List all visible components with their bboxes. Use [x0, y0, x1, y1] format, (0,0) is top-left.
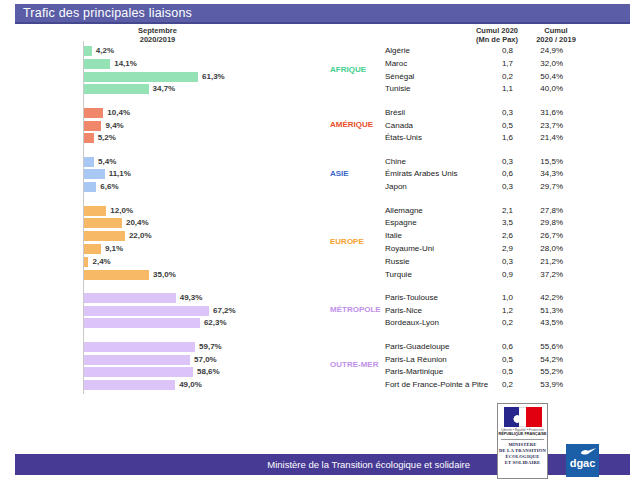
trend-bar: [84, 318, 200, 328]
bar-value-label: 4,2%: [96, 46, 114, 56]
bar-value-label: 67,2%: [213, 306, 236, 316]
country-label: Paris-La Réunion: [385, 355, 447, 365]
cumul-ratio-value: 28,0%: [505, 244, 563, 254]
bar-value-label: 22,0%: [129, 231, 152, 241]
bar-value-label: 11,1%: [109, 169, 131, 179]
trend-bar: [84, 293, 176, 303]
country-label: Turquie: [385, 270, 412, 280]
bar-value-label: 62,3%: [204, 318, 227, 328]
country-label: Paris-Toulouse: [385, 293, 438, 303]
cumul-ratio-value: 55,2%: [505, 367, 563, 377]
country-label: Paris-Nice: [385, 306, 422, 316]
cumul-ratio-value: 55,6%: [505, 342, 563, 352]
cumul-ratio-value: 31,6%: [505, 108, 563, 118]
country-label: Tunisie: [385, 84, 411, 94]
trend-bar: [84, 342, 195, 352]
country-label: Italie: [385, 231, 402, 241]
ministry-line: ET SOLIDAIRE: [498, 460, 547, 466]
trend-bar: [84, 367, 193, 377]
bar-value-label: 14,1%: [114, 59, 137, 69]
trend-bar: [84, 231, 125, 241]
cumul-ratio-value: 32,0%: [505, 59, 563, 69]
group-label: OUTRE-MER: [330, 360, 378, 370]
report-page: Trafic des principales liaisons Septembr…: [0, 0, 640, 480]
trend-bar: [84, 59, 110, 69]
cumul-ratio-value: 43,5%: [505, 318, 563, 328]
bar-value-label: 58,6%: [197, 367, 220, 377]
country-label: Paris-Guadeloupe: [385, 342, 449, 352]
trend-bar: [84, 108, 103, 118]
cumul-ratio-value: 29,7%: [505, 182, 563, 192]
trend-bar: [84, 380, 175, 390]
country-label: Brésil: [385, 108, 405, 118]
trend-bar: [84, 270, 149, 280]
bar-value-label: 2,4%: [92, 257, 110, 267]
cumul-ratio-value: 29,8%: [505, 218, 563, 228]
cumul-ratio-value: 53,9%: [505, 380, 563, 390]
country-label: Chine: [385, 157, 406, 167]
dgac-logo: dgac: [566, 444, 599, 477]
trend-bar: [84, 157, 94, 167]
country-label: Japon: [385, 182, 407, 192]
country-label: États-Unis: [385, 133, 422, 143]
bar-value-label: 59,7%: [199, 342, 222, 352]
country-label: Canada: [385, 121, 413, 131]
trend-bar: [84, 133, 94, 143]
cumul-ratio-value: 21,4%: [505, 133, 563, 143]
footer-ministry-text: Ministère de la Transition écologique et…: [15, 459, 470, 470]
trend-bar: [84, 206, 106, 216]
column-header-septembre: Septembre 2020/2019: [105, 26, 210, 44]
trend-bar: [84, 355, 190, 365]
dgac-label: dgac: [570, 458, 596, 469]
bar-value-label: 61,3%: [202, 72, 225, 82]
cumul-ratio-value: 34,3%: [505, 169, 563, 179]
title-bar: Trafic des principales liaisons: [15, 4, 630, 24]
country-label: Russie: [385, 257, 409, 267]
trend-bar: [84, 72, 198, 82]
country-label: Paris-Martinique: [385, 367, 443, 377]
cumul-ratio-value: 15,5%: [505, 157, 563, 167]
cumul-ratio-value: 24,9%: [505, 46, 563, 56]
bar-value-label: 9,1%: [105, 244, 123, 254]
bar-value-label: 34,7%: [153, 84, 176, 94]
bar-value-label: 5,4%: [98, 157, 116, 167]
trend-bar: [84, 306, 209, 316]
cumul-ratio-value: 23,7%: [505, 121, 563, 131]
bird-icon: [580, 447, 597, 456]
country-label: Espagne: [385, 218, 417, 228]
bar-value-label: 9,4%: [105, 121, 123, 131]
logo-divider: [501, 439, 544, 440]
cumul-ratio-value: 27,8%: [505, 206, 563, 216]
trend-bar: [84, 218, 122, 228]
page-title: Trafic des principales liaisons: [15, 4, 630, 22]
bar-value-label: 35,0%: [153, 270, 176, 280]
cumul-ratio-value: 21,2%: [505, 257, 563, 267]
trend-bar: [84, 169, 105, 179]
cumul-ratio-value: 40,0%: [505, 84, 563, 94]
cumul-ratio-value: 50,4%: [505, 72, 563, 82]
cumul-ratio-value: 37,2%: [505, 270, 563, 280]
country-label: Algérie: [385, 46, 410, 56]
trend-bar: [84, 244, 101, 254]
cumul-ratio-value: 54,2%: [505, 355, 563, 365]
ministry-logo: Liberté • Égalité • Fraternité RÉPUBLIQU…: [497, 403, 548, 479]
group-label: EUROPE: [330, 237, 364, 247]
trend-bar: [84, 257, 88, 267]
group-label: AFRIQUE: [330, 65, 366, 75]
country-label: Allemagne: [385, 206, 423, 216]
logo-republic: RÉPUBLIQUE FRANÇAISE: [498, 432, 547, 437]
bar-value-label: 12,0%: [110, 206, 133, 216]
country-label: Sénégal: [385, 72, 414, 82]
cumul-ratio-value: 26,7%: [505, 231, 563, 241]
bar-value-label: 49,0%: [179, 380, 202, 390]
cumul-ratio-value: 42,2%: [505, 293, 563, 303]
country-label: Bordeaux-Lyon: [385, 318, 439, 328]
bar-value-label: 6,6%: [100, 182, 118, 192]
bar-value-label: 10,4%: [107, 108, 130, 118]
column-header-cumul-ratio: Cumul 2020 / 2019: [516, 26, 596, 44]
trend-bar: [84, 182, 96, 192]
bar-value-label: 49,3%: [180, 293, 203, 303]
bar-value-label: 57,0%: [194, 355, 217, 365]
french-flag-icon: [504, 407, 542, 427]
country-label: Royaume-Uni: [385, 244, 434, 254]
